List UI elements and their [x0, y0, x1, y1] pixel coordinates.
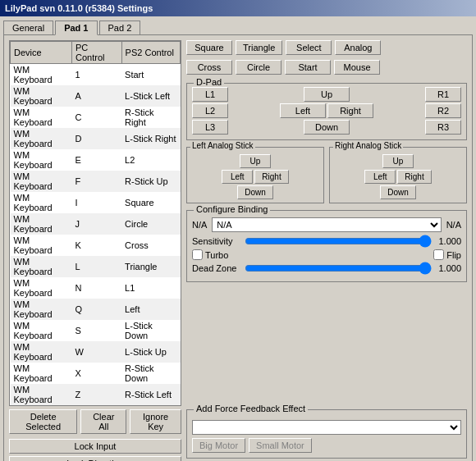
select-button[interactable]: Select — [286, 40, 332, 55]
dpad-right-button[interactable]: Right — [327, 103, 373, 118]
circle-button[interactable]: Circle — [236, 60, 281, 75]
lock-input-button[interactable]: Lock Input — [9, 439, 181, 454]
l3-button[interactable]: L3 — [192, 120, 228, 135]
config-binding-label: Configure Binding — [194, 204, 270, 214]
table-row[interactable]: WM KeyboardAL-Stick Left — [11, 85, 181, 107]
ra-left-button[interactable]: Left — [364, 170, 396, 184]
mapping-table[interactable]: Device PC Control PS2 Control WM Keyboar… — [9, 40, 181, 406]
r-col: R1 R2 R3 — [425, 87, 461, 135]
flip-checkbox-label[interactable]: Flip — [433, 249, 461, 260]
table-row[interactable]: WM KeyboardJCircle — [11, 213, 181, 235]
lock-buttons-col: Lock Input Lock Direction Lock Buttons — [9, 439, 181, 461]
left-panel: Device PC Control PS2 Control WM Keyboar… — [9, 40, 181, 406]
r3-button[interactable]: R3 — [425, 120, 461, 135]
dpad-down-button[interactable]: Down — [304, 120, 350, 135]
dpad-label: D-Pad — [194, 77, 224, 87]
dpad-group: D-Pad L1 L2 L3 Up Left — [186, 83, 467, 140]
table-row[interactable]: WM KeyboardQLeft — [11, 299, 181, 320]
button-row-1: Square Triangle Select Analog — [186, 40, 467, 55]
left-bottom: Delete Selected Clear All Ignore Key Loc… — [9, 409, 181, 461]
dpad-up-button[interactable]: Up — [304, 87, 350, 102]
left-analog-group: Left Analog Stick Up Left Right Down — [186, 147, 324, 203]
sensitivity-slider[interactable] — [245, 235, 432, 247]
clear-all-button[interactable]: Clear All — [80, 409, 126, 434]
table-row[interactable]: WM KeyboardISquare — [11, 192, 181, 213]
ra-up-button[interactable]: Up — [382, 154, 414, 168]
configure-binding-section: Configure Binding N/A N/A N/A Sensitivit… — [186, 210, 467, 282]
analog-section: Left Analog Stick Up Left Right Down — [186, 147, 467, 203]
sensitivity-label: Sensitivity — [192, 236, 241, 246]
dpad-center: Up Left Right Down — [233, 87, 420, 135]
force-feedback-label: Add Force Feedback Effect — [194, 404, 308, 413]
turbo-checkbox-label[interactable]: Turbo — [192, 249, 228, 260]
table-row[interactable]: WM KeyboardFR-Stick Up — [11, 171, 181, 192]
delete-selected-button[interactable]: Delete Selected — [9, 409, 77, 434]
la-up-button[interactable]: Up — [240, 154, 271, 168]
motor-buttons-row: Big Motor Small Motor — [192, 438, 461, 453]
table-row[interactable]: WM KeyboardLTriangle — [11, 256, 181, 277]
big-motor-button[interactable]: Big Motor — [192, 438, 245, 453]
col-device: Device — [11, 42, 72, 64]
cross-button[interactable]: Cross — [186, 60, 232, 75]
col-pc: PC Control — [72, 42, 122, 64]
ra-down-button[interactable]: Down — [380, 185, 416, 199]
analog-button[interactable]: Analog — [335, 40, 381, 55]
table-row[interactable]: WM KeyboardCR-Stick Right — [11, 107, 181, 128]
la-right-button[interactable]: Right — [254, 170, 288, 184]
tabs-row: General Pad 1 Pad 2 — [3, 20, 473, 34]
title-bar: LilyPad svn 0.11.0 (r5384) Settings — [0, 0, 476, 16]
l2-button[interactable]: L2 — [192, 103, 228, 118]
start-button[interactable]: Start — [285, 60, 331, 75]
tab-pad1[interactable]: Pad 1 — [55, 21, 97, 35]
la-left-button[interactable]: Left — [222, 170, 253, 184]
force-feedback-section: Add Force Feedback Effect Big Motor Smal… — [186, 409, 467, 459]
col-ps2: PS2 Control — [121, 42, 180, 64]
turbo-checkbox[interactable] — [192, 249, 203, 260]
tab-pad2[interactable]: Pad 2 — [99, 21, 141, 35]
config-select[interactable]: N/A — [212, 217, 441, 232]
dead-zone-value: 1.000 — [435, 263, 461, 273]
table-row[interactable]: WM KeyboardKCross — [11, 235, 181, 256]
r1-button[interactable]: R1 — [425, 87, 461, 102]
left-analog-label: Left Analog Stick — [190, 141, 255, 150]
dpad-left-button[interactable]: Left — [280, 103, 326, 118]
table-row[interactable]: WM KeyboardSL-Stick Down — [11, 320, 181, 341]
title-text: LilyPad svn 0.11.0 (r5384) Settings — [5, 3, 153, 13]
l-col: L1 L2 L3 — [192, 87, 228, 135]
table-row[interactable]: WM KeyboardXR-Stick Down — [11, 363, 181, 384]
right-bottom: Add Force Feedback Effect Big Motor Smal… — [186, 409, 467, 459]
lock-direction-button[interactable]: Lock Direction — [9, 456, 181, 461]
dead-zone-slider[interactable] — [245, 262, 432, 274]
right-analog-group: Right Analog Stick Up Left Right Down — [329, 147, 467, 203]
ignore-key-button[interactable]: Ignore Key — [130, 409, 181, 434]
table-row[interactable]: WM KeyboardDL-Stick Right — [11, 128, 181, 149]
config-na-left: N/A — [192, 220, 207, 230]
r2-button[interactable]: R2 — [425, 103, 461, 118]
right-panel: Square Triangle Select Analog Cross Circ… — [186, 40, 467, 406]
l1-button[interactable]: L1 — [192, 87, 228, 102]
mouse-button[interactable]: Mouse — [334, 60, 380, 75]
table-row[interactable]: WM KeyboardWL-Stick Up — [11, 341, 181, 363]
triangle-button[interactable]: Triangle — [236, 40, 282, 55]
square-button[interactable]: Square — [186, 40, 232, 55]
table-row[interactable]: WM Keyboard1Start — [11, 64, 181, 86]
main-panel: Device PC Control PS2 Control WM Keyboar… — [3, 34, 473, 461]
table-row[interactable]: WM KeyboardEL2 — [11, 149, 181, 171]
table-row[interactable]: WM KeyboardZR-Stick Left — [11, 384, 181, 405]
config-na-right: N/A — [446, 220, 461, 230]
right-analog-label: Right Analog Stick — [333, 141, 403, 150]
force-feedback-select[interactable] — [192, 420, 461, 435]
flip-checkbox[interactable] — [433, 249, 444, 260]
bottom-area: Delete Selected Clear All Ignore Key Loc… — [9, 409, 467, 461]
small-motor-button[interactable]: Small Motor — [249, 438, 312, 453]
table-row[interactable]: WM KeyboardNL1 — [11, 277, 181, 299]
tab-general[interactable]: General — [3, 21, 53, 35]
dead-zone-label: Dead Zone — [192, 263, 241, 273]
sensitivity-value: 1.000 — [435, 236, 461, 246]
la-down-button[interactable]: Down — [237, 185, 273, 199]
bottom-delete-row: Delete Selected Clear All Ignore Key — [9, 409, 181, 434]
ra-right-button[interactable]: Right — [397, 170, 431, 184]
button-row-2: Cross Circle Start Mouse — [186, 60, 467, 75]
